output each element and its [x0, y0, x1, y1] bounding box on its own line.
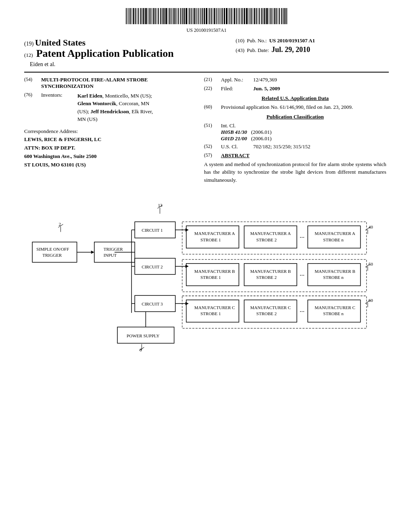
circuit2-text: CIRCUIT 2	[142, 264, 163, 269]
country-num: (19)	[24, 41, 33, 47]
filed-value: Jun. 5, 2009	[253, 85, 386, 92]
related-num: (60)	[204, 104, 221, 110]
mfr-c1-text-2: STROBE 1	[200, 311, 221, 316]
pub-date-label: Pub. Date:	[247, 47, 269, 54]
inventors-block: (76) Inventors: Karl Eiden, Monticello, …	[24, 92, 192, 123]
appl-no-label: Appl. No.:	[221, 77, 253, 83]
country-name: United States	[35, 37, 86, 48]
country-label: (19) United States	[24, 37, 225, 48]
patent-type: Patent Application Publication	[36, 48, 174, 60]
ref-40: 40	[369, 224, 373, 229]
right-column: (21) Appl. No.: 12/479,369 (22) Filed: J…	[204, 77, 386, 184]
int-cl-content: Int. Cl. H05B 41/30 (2006.01) G01D 21/00…	[221, 123, 272, 142]
patent-type-row: (12) Patent Application Publication	[24, 48, 225, 60]
left-column: (54) MULTI-PROTOCOL FIRE-ALARM STROBE SY…	[24, 77, 192, 184]
appl-no-value: 12/479,369	[253, 77, 386, 83]
diagram-svg: 13 2 SIMPLE ON/OFF TRIGGER TRIGGER INPUT…	[24, 196, 389, 373]
title-field: (54) MULTI-PROTOCOL FIRE-ALARM STROBE SY…	[24, 77, 192, 89]
pub-no-row: (10) Pub. No.: US 2010/0191507 A1	[236, 37, 389, 44]
mfr-c2-text-1: MANUFACTURER C	[250, 305, 291, 310]
pub-no-label: Pub. No.:	[247, 37, 267, 44]
abstract-text: A system and method of synchronization p…	[204, 160, 386, 184]
int-cl-row-1: H05B 41/30 (2006.01)	[221, 129, 272, 135]
us-cl-field: (52) U.S. Cl. 702/182; 315/250; 315/152	[204, 143, 386, 150]
abstract-block: (57) ABSTRACT A system and method of syn…	[204, 152, 386, 184]
related-field: (60) Provisional application No. 61/146,…	[204, 104, 386, 110]
abstract-num: (57)	[204, 152, 221, 159]
mfr-b2-text-2: STROBE 2	[257, 275, 277, 280]
int-cl-block: (51) Int. Cl. H05B 41/30 (2006.01) G01D …	[204, 123, 386, 142]
mfr-bn-text-1: MANUFACTURER B	[315, 269, 355, 274]
int-cl-row-2: G01D 21/00 (2006.01)	[221, 135, 272, 142]
mfr-c1-text-1: MANUFACTURER C	[194, 305, 235, 310]
abstract-label: ABSTRACT	[221, 152, 250, 159]
title-num: (54)	[24, 77, 41, 89]
mfr-a1-text-2: STROBE 1	[200, 237, 221, 242]
pub-date-value: Jul. 29, 2010	[271, 46, 310, 54]
int-cl-name-2: G01D 21/00	[221, 135, 247, 142]
int-cl-label: Int. Cl.	[221, 123, 272, 129]
appl-no-field: (21) Appl. No.: 12/479,369	[204, 77, 386, 83]
diagram-area: 13 2 SIMPLE ON/OFF TRIGGER TRIGGER INPUT…	[24, 196, 389, 373]
int-cl-date-2: (2006.01)	[251, 135, 271, 142]
related-value: Provisional application No. 61/146,990, …	[221, 104, 386, 110]
trigger-text-1: SIMPLE ON/OFF	[36, 247, 69, 251]
right-header: (10) Pub. No.: US 2010/0191507 A1 (43) P…	[236, 37, 389, 54]
inventor-2: Glenn Wontorcik, Corcoran, MN	[77, 100, 149, 106]
page: US 20100191507A1 (19) United States (12)…	[0, 0, 413, 532]
correspondence-block: Correspondence Address: LEWIS, RICE & FI…	[24, 127, 192, 169]
pub-class-heading: Publication Classification	[204, 114, 386, 120]
trigger-text-2: TRIGGER	[42, 253, 62, 258]
filed-field: (22) Filed: Jun. 5, 2009	[204, 85, 386, 92]
trigger-input-text-2: INPUT	[104, 253, 117, 258]
ref-60: 60	[369, 298, 373, 303]
abstract-header: (57) ABSTRACT	[204, 152, 386, 159]
dots-c: ...	[300, 306, 305, 313]
svg-marker-5	[91, 251, 94, 254]
ref-13: 13	[158, 203, 163, 208]
us-cl-num: (52)	[204, 143, 221, 150]
left-header: (19) United States (12) Patent Applicati…	[24, 37, 225, 68]
mfr-an-text-1: MANUFACTURER A	[315, 231, 355, 236]
barcode-image	[126, 8, 287, 24]
main-divider	[24, 72, 389, 73]
mfr-b2-text-1: MANUFACTURER B	[250, 269, 291, 274]
inventors-detail: Karl Eiden, Monticello, MN (US); Glenn W…	[77, 92, 192, 123]
inventor-2c: MN (US)	[77, 116, 97, 122]
us-cl-value: 702/182; 315/250; 315/152	[253, 143, 386, 150]
dots-a: ...	[300, 233, 305, 239]
header-section: (19) United States (12) Patent Applicati…	[24, 37, 389, 68]
pub-date-num: (43)	[236, 47, 244, 54]
mfr-a1-text-1: MANUFACTURER A	[194, 231, 235, 236]
power-supply-text: POWER SUPPLY	[127, 333, 159, 338]
dots-b: ...	[300, 270, 305, 277]
trigger-input-text-1: TRIGGER	[104, 247, 123, 251]
int-cl-name-1: H05B 41/30	[221, 129, 247, 135]
corr-line-2: ATTN: BOX IP DEPT.	[24, 144, 192, 152]
appl-no-num: (21)	[204, 77, 221, 83]
inventors-label: Inventors:	[41, 92, 77, 123]
pub-date-row: (43) Pub. Date: Jul. 29, 2010	[236, 46, 389, 54]
corr-label: Correspondence Address:	[24, 127, 192, 136]
pub-no-num: (10)	[236, 37, 244, 44]
svg-marker-18	[186, 228, 189, 231]
int-cl-date-1: (2006.01)	[251, 129, 271, 135]
filed-num: (22)	[204, 85, 221, 92]
inventors-num: (76)	[24, 92, 41, 123]
type-num: (12)	[24, 52, 33, 58]
mfr-b1-text-2: STROBE 1	[200, 275, 221, 280]
related-heading: Related U.S. Application Data	[204, 95, 386, 102]
barcode-area	[24, 8, 389, 26]
main-content: (54) MULTI-PROTOCOL FIRE-ALARM STROBE SY…	[24, 77, 389, 184]
svg-marker-22	[186, 265, 189, 268]
corr-line-1: LEWIS, RICE & FINGERSH, LC	[24, 135, 192, 144]
filed-label: Filed:	[221, 85, 253, 92]
inventor-1: Karl Eiden, Monticello, MN (US);	[77, 93, 152, 99]
mfr-b1-text-1: MANUFACTURER B	[194, 269, 235, 274]
corr-line-4: ST LOUIS, MO 63101 (US)	[24, 161, 192, 169]
mfr-an-text-2: STROBE n	[323, 237, 344, 242]
inventor-2b: (US); Jeff Hendrickson, Elk River,	[77, 108, 153, 114]
int-cl-num: (51)	[204, 123, 221, 142]
circuit3-text: CIRCUIT 3	[142, 301, 163, 306]
header-inventors: Eiden et al.	[24, 61, 225, 68]
